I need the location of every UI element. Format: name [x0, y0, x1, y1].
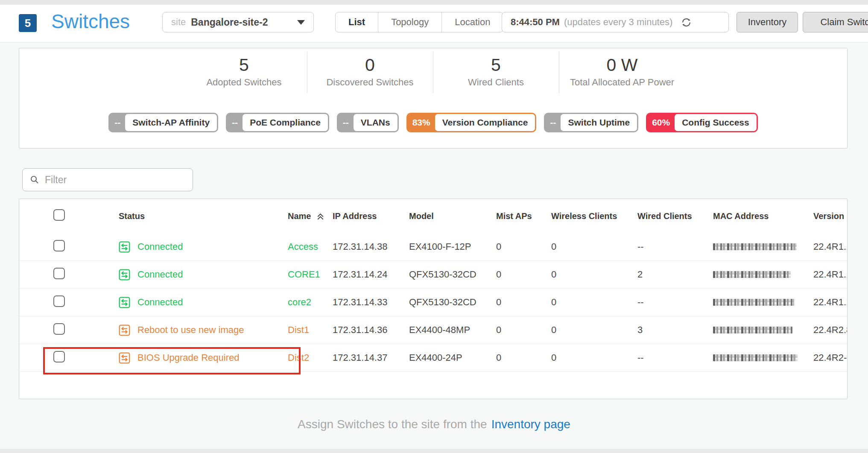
- kpi-vlans[interactable]: -- VLANs: [337, 113, 399, 132]
- kpi-poe-compliance[interactable]: -- PoE Compliance: [226, 113, 329, 132]
- cell-wireless-clients: 0: [532, 324, 619, 336]
- kpi-switch-uptime[interactable]: -- Switch Uptime: [544, 113, 638, 132]
- table-row[interactable]: Reboot to use new image Dist1 172.31.14.…: [19, 316, 847, 344]
- switch-icon: [119, 269, 130, 281]
- inventory-page-link[interactable]: Inventory page: [491, 418, 570, 431]
- stat-label: Wired Clients: [433, 77, 559, 88]
- filter-input[interactable]: [45, 174, 186, 186]
- current-time: 8:44:50 PM: [511, 17, 560, 28]
- kpi-label: VLANs: [354, 114, 397, 131]
- kpi-value: 83%: [408, 114, 435, 131]
- claim-switch-button[interactable]: Claim Switch: [803, 12, 868, 32]
- kpi-value: 60%: [647, 114, 675, 131]
- tab-list[interactable]: List: [336, 12, 378, 32]
- switch-icon: [119, 241, 130, 253]
- cell-wired-clients: 2: [619, 269, 694, 280]
- cell-wired-clients: --: [619, 241, 694, 252]
- kpi-switch-ap-affinity[interactable]: -- Switch-AP Affinity: [108, 113, 218, 132]
- search-icon: [29, 175, 40, 185]
- mac-redacted-blur: [713, 299, 794, 306]
- col-header-mac[interactable]: MAC Address: [694, 211, 795, 221]
- switch-icon: [119, 352, 130, 364]
- row-checkbox[interactable]: [53, 351, 65, 362]
- cell-ip: 172.31.14.24: [314, 269, 390, 280]
- cell-mac: [694, 243, 795, 250]
- col-header-wired-clients[interactable]: Wired Clients: [619, 211, 694, 221]
- col-header-ip[interactable]: IP Address: [314, 211, 390, 221]
- table-row[interactable]: Connected Access 172.31.14.38 EX4100-F-1…: [19, 233, 847, 261]
- cell-mac: [694, 299, 795, 306]
- tab-location[interactable]: Location: [441, 12, 503, 32]
- col-header-name[interactable]: Name: [269, 211, 314, 221]
- col-header-version[interactable]: Version: [795, 211, 847, 221]
- tab-topology[interactable]: Topology: [378, 12, 441, 32]
- cell-version: 22.4R1.10: [795, 241, 848, 252]
- cell-wireless-clients: 0: [532, 352, 619, 363]
- cell-status: Reboot to use new image: [100, 324, 269, 336]
- cell-checkbox: [19, 351, 100, 365]
- row-checkbox[interactable]: [53, 240, 65, 251]
- table-row[interactable]: BIOS Upgrade Required Dist2 172.31.14.37…: [19, 344, 847, 372]
- cell-wireless-clients: 0: [532, 297, 619, 308]
- table-header: Status Name IP Address Model Mist APs Wi…: [19, 199, 847, 233]
- mac-redacted-blur: [713, 243, 797, 250]
- col-header-mist-aps[interactable]: Mist APs: [477, 211, 532, 221]
- kpi-label: Version Compliance: [435, 114, 535, 131]
- mac-redacted-blur: [713, 354, 798, 361]
- chevron-down-icon: [297, 20, 305, 25]
- stat-wired-clients: 5 Wired Clients: [433, 52, 559, 93]
- site-selector-value: Bangalore-site-2: [191, 17, 268, 28]
- cell-name[interactable]: Access: [269, 241, 314, 252]
- row-checkbox[interactable]: [53, 323, 65, 335]
- refresh-timer: 8:44:50 PM (updates every 3 minutes): [502, 12, 729, 32]
- cell-name[interactable]: core2: [269, 297, 314, 308]
- footer-text: Assign Switches to the site from the: [298, 418, 487, 431]
- cell-mist-aps: 0: [477, 352, 532, 363]
- col-header-status[interactable]: Status: [100, 211, 269, 221]
- stat-value: 5: [433, 55, 559, 75]
- site-selector[interactable]: site Bangalore-site-2: [162, 12, 314, 32]
- stat-value: 5: [181, 55, 307, 75]
- kpi-value: --: [110, 114, 125, 131]
- cell-checkbox: [19, 323, 100, 337]
- cell-version: 22.4R1.11-: [795, 297, 848, 308]
- cell-name[interactable]: Dist2: [269, 352, 314, 363]
- mac-redacted-blur: [713, 327, 792, 333]
- cell-ip: 172.31.14.33: [314, 297, 390, 308]
- cell-name[interactable]: CORE1: [269, 269, 314, 280]
- col-header-model[interactable]: Model: [390, 211, 477, 221]
- cell-mist-aps: 0: [477, 324, 532, 336]
- kpi-version-compliance[interactable]: 83% Version Compliance: [406, 113, 537, 132]
- cell-ip: 172.31.14.38: [314, 241, 390, 252]
- view-tabs: List Topology Location: [335, 12, 503, 32]
- stats-row: 5 Adopted Switches 0 Discovered Switches…: [19, 52, 847, 93]
- table-row[interactable]: Connected core2 172.31.14.33 QFX5130-32C…: [19, 289, 847, 316]
- cell-wireless-clients: 0: [532, 269, 619, 280]
- cell-mac: [694, 327, 795, 333]
- select-all-checkbox[interactable]: [53, 209, 65, 221]
- col-header-wireless-clients[interactable]: Wireless Clients: [532, 211, 619, 221]
- row-checkbox[interactable]: [53, 295, 65, 307]
- kpi-label: PoE Compliance: [243, 114, 328, 131]
- cell-mac: [694, 354, 795, 361]
- footer-hint: Assign Switches to the site from theInve…: [0, 418, 868, 431]
- cell-mist-aps: 0: [477, 269, 532, 280]
- kpi-value: --: [227, 114, 243, 131]
- cell-name[interactable]: Dist1: [269, 324, 314, 336]
- cell-model: EX4400-24P: [390, 352, 477, 363]
- table-row[interactable]: Connected CORE1 172.31.14.24 QFX5130-32C…: [19, 261, 847, 289]
- status-text: Connected: [137, 269, 183, 280]
- cell-model: EX4100-F-12P: [390, 241, 477, 252]
- stat-adopted-switches: 5 Adopted Switches: [181, 52, 307, 93]
- cell-status: Connected: [100, 241, 269, 253]
- cell-wireless-clients: 0: [532, 241, 619, 252]
- stat-value: 0 W: [559, 55, 685, 75]
- refresh-icon[interactable]: [681, 17, 692, 28]
- row-checkbox[interactable]: [53, 268, 65, 279]
- cell-wired-clients: --: [619, 297, 694, 308]
- cell-version: 22.4R2.8: [795, 324, 848, 336]
- filter-box: [22, 168, 193, 191]
- kpi-config-success[interactable]: 60% Config Success: [646, 113, 758, 132]
- switches-table: Status Name IP Address Model Mist APs Wi…: [19, 199, 848, 399]
- inventory-button[interactable]: Inventory: [736, 12, 798, 32]
